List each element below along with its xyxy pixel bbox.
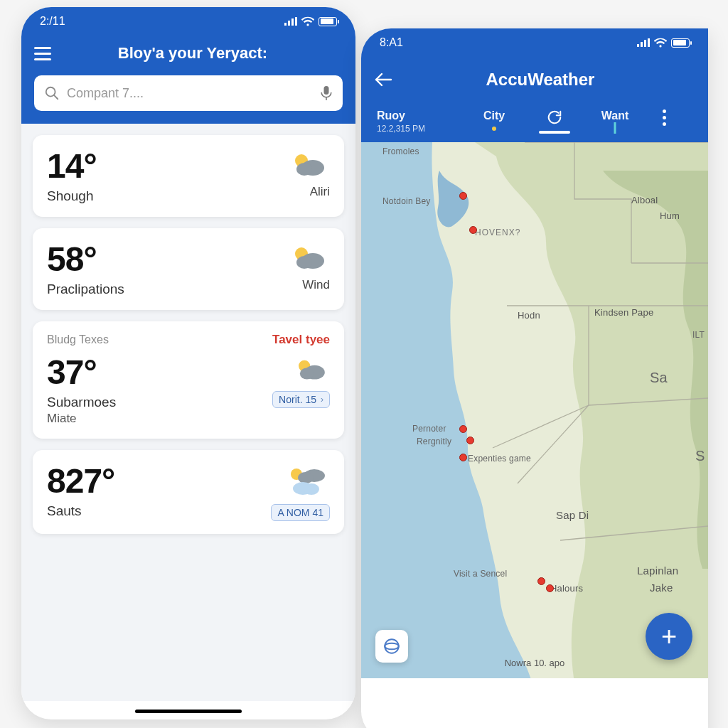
search-icon [44,85,60,101]
tabs: Ruoy 12.2,315 PM City Want [361,97,708,142]
status-time: 2:/11 [40,15,65,28]
status-icons [284,16,337,26]
map-marker[interactable] [459,425,467,433]
add-fab[interactable]: + [646,613,692,660]
header-right: AccuWeather [361,57,708,97]
home-indicator [135,710,242,713]
svg-rect-2 [324,86,329,95]
signal-icon [637,38,650,47]
map-label: Hum [660,210,680,221]
map-label: Sap Di [556,509,589,521]
badge-text: Norit. 15 [279,394,316,405]
status-bar-right: 8:A1 [361,28,708,57]
svg-point-5 [296,163,312,176]
svg-point-16 [304,483,319,495]
partly-cloudy-icon [289,244,330,274]
menu-icon[interactable] [34,47,51,60]
svg-point-11 [300,368,314,379]
search-placeholder: Compant 7.... [60,86,320,101]
map-marker[interactable] [546,584,554,592]
weather-list[interactable]: 14° Shough Aliri 58° Praclipations [21,124,355,701]
map-marker[interactable] [466,437,474,444]
card-sublabel: Miate [47,412,116,426]
status-bar-left: 2:/11 [21,7,355,36]
detail-badge[interactable]: A NOM 41 [271,504,330,521]
tab-label: Ruoy [377,109,405,122]
temperature: 14° [47,146,97,186]
card-upper-left: Bludg Texes [47,333,109,346]
map-label: Kindsen Pape [594,307,653,318]
tab-sublabel: 12.2,315 PM [377,124,425,134]
card-label: Sauts [47,503,114,519]
map-label: Jake [650,582,673,594]
weather-card[interactable]: 827° Sauts A NOM 41 [33,450,344,534]
plus-icon: + [661,621,677,652]
weather-card[interactable]: 14° Shough Aliri [33,135,344,217]
icon-caption: Aliri [310,185,330,199]
back-icon[interactable] [374,72,392,87]
tab-label: City [483,109,505,122]
map-label: HOVENX? [475,228,520,237]
temperature: 827° [47,461,114,500]
badge-text: A NOM 41 [277,507,323,518]
map-label: Hodn [518,310,540,321]
map-label: Rergnitly [417,437,451,446]
phone-right: 8:A1 AccuWeather Ruoy 12.2,315 PM [361,28,708,728]
svg-point-14 [298,472,314,483]
map-marker[interactable] [469,226,477,234]
svg-point-21 [385,643,399,650]
map-footer-text: Nowra 10. apo [505,658,565,668]
accent-bar-icon [614,122,616,134]
signal-icon [284,17,297,26]
card-alert-label: Tavel tyee [272,333,330,347]
tab-ruby[interactable]: Ruoy 12.2,315 PM [377,109,455,134]
weather-card[interactable]: 58° Praclipations Wind [33,228,344,310]
mic-icon[interactable] [320,85,333,101]
temperature: 58° [47,240,124,279]
map-label: Fromoles [382,146,419,156]
map-label: Lapinlan [637,564,678,577]
weather-map[interactable]: Fromoles Notdoin Bey HOVENX? Alboal Hum … [361,142,708,678]
temperature: 37° [47,353,116,392]
tab-indicator [539,131,570,134]
header-left: Bloy'a your Yeryact: Compant 7.... [21,36,355,124]
tab-city[interactable]: City [462,109,526,122]
map-label: S [695,448,705,464]
card-label: Subarmoes [47,395,116,410]
battery-icon [671,38,690,48]
svg-point-20 [385,639,399,653]
map-layers-button[interactable] [375,630,408,663]
icon-caption: Wind [302,278,330,292]
map-label: Halours [550,583,583,594]
map-label: Alboal [631,195,658,205]
map-label: Pernoter [412,424,446,434]
tab-label: Want [601,109,629,122]
map-label: Expenties game [468,454,531,464]
battery-icon [318,17,337,26]
search-input[interactable]: Compant 7.... [34,75,343,111]
map-terrain [361,142,708,678]
card-label: Shough [47,188,97,204]
tab-refresh[interactable] [533,109,576,134]
map-marker[interactable] [459,454,467,461]
detail-badge[interactable]: Norit. 15› [272,391,330,408]
map-label: ILT [692,330,705,340]
chevron-right-icon: › [321,395,323,405]
partly-cloudy-icon [289,151,330,181]
card-label: Praclipations [47,282,124,297]
svg-point-8 [296,256,312,269]
phone-left: 2:/11 Bloy'a your Yeryact: Compant 7.... [21,7,355,719]
map-label: Visit a Sencel [454,569,507,579]
kebab-menu-icon[interactable] [657,109,671,126]
map-label: Notdoin Bey [382,196,431,206]
svg-line-1 [54,95,58,99]
app-title-right: AccuWeather [404,70,695,90]
map-marker[interactable] [537,577,545,585]
refresh-icon [547,109,562,125]
tab-want[interactable]: Want [583,109,647,122]
map-label: Sa [650,370,668,386]
app-title-left: Bloy'a your Yeryact: [64,44,343,63]
weather-card[interactable]: Bludg Texes Tavel tyee 37° Subarmoes Mia… [33,321,344,439]
map-marker[interactable] [459,192,467,200]
status-icons [637,38,690,48]
